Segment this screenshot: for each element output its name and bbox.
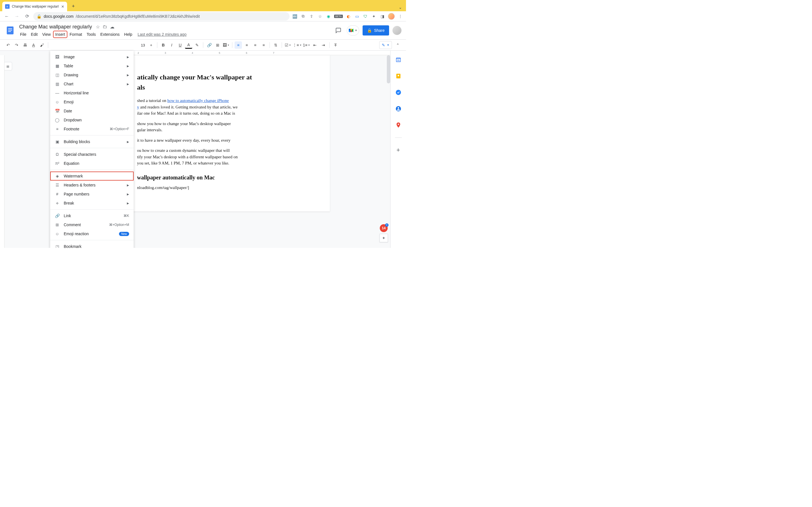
insert-page-numbers[interactable]: #Page numbers▶ [50, 189, 134, 199]
translate-icon[interactable]: 🔤 [292, 13, 297, 19]
align-center-button[interactable]: ≡ [243, 41, 250, 49]
insert-drawing[interactable]: ◫Drawing▶ [50, 70, 134, 79]
browser-tab[interactable]: ≡ Change Mac wallpaper regularl ✕ [2, 2, 67, 11]
get-addons-button[interactable]: + [393, 145, 404, 156]
insert-dropdown[interactable]: ◯Dropdown [50, 115, 134, 124]
insert-horizontal-line[interactable]: —Horizontal line [50, 89, 134, 98]
menu-view[interactable]: View [40, 31, 53, 38]
insert-date[interactable]: 📅Date [50, 107, 134, 115]
move-icon[interactable]: 🗀 [103, 24, 107, 29]
font-size-increase[interactable]: + [147, 41, 155, 49]
keep-app-icon[interactable] [393, 70, 404, 82]
chrome-profile-avatar[interactable] [388, 13, 395, 20]
last-edit-link[interactable]: Last edit was 2 minutes ago [138, 32, 187, 37]
insert-break[interactable]: ⎆Break▶ [50, 199, 134, 208]
increase-indent-button[interactable]: ⇥ [320, 41, 327, 49]
decrease-indent-button[interactable]: ⇤ [311, 41, 319, 49]
share-button[interactable]: 🔒 Share [363, 25, 389, 36]
menu-help[interactable]: Help [122, 31, 134, 38]
ext-icon-3[interactable]: ▭ [354, 13, 360, 19]
tab-overflow-icon[interactable]: ⌄ [399, 5, 406, 11]
contacts-app-icon[interactable] [393, 103, 404, 114]
insert-special-characters[interactable]: ΩSpecial characters [50, 150, 134, 159]
menu-extensions[interactable]: Extensions [98, 31, 121, 38]
meet-button[interactable]: ▼ [347, 25, 359, 36]
extensions-puzzle-icon[interactable]: ✦ [371, 13, 377, 19]
insert-footnote[interactable]: ≡Footnote⌘+Option+F [50, 124, 134, 133]
insert-equation[interactable]: π²Equation [50, 159, 134, 168]
insert-link[interactable]: 🔗Link⌘K [50, 211, 134, 220]
insert-table[interactable]: ▦Table▶ [50, 61, 134, 70]
insert-link-button[interactable]: 🔗 [206, 41, 213, 49]
align-justify-button[interactable]: ≡ [260, 41, 267, 49]
align-right-button[interactable]: ≡ [252, 41, 259, 49]
align-left-button[interactable]: ≡ [235, 41, 242, 49]
ext-icon-2[interactable]: ◐ [346, 13, 351, 19]
cloud-status-icon[interactable]: ☁ [110, 24, 114, 30]
highlight-button[interactable]: ✎ [193, 41, 201, 49]
share-page-icon[interactable]: ⇪ [309, 13, 314, 19]
insert-emoji-reaction[interactable]: ☺Emoji reactionNew [50, 229, 134, 238]
clear-formatting-button[interactable]: T [332, 41, 339, 49]
underline-button[interactable]: U [176, 41, 184, 49]
redo-button[interactable]: ↷ [13, 41, 20, 49]
menu-format[interactable]: Format [68, 31, 84, 38]
print-button[interactable]: 🖶 [21, 41, 29, 49]
grammarly-icon[interactable]: ◉ [326, 13, 331, 19]
reload-button[interactable]: ⟳ [23, 12, 31, 20]
insert-bookmark[interactable]: ◳Bookmark [50, 242, 134, 248]
insert-watermark[interactable]: ◈Watermark [50, 172, 134, 180]
insert-comment[interactable]: ⊞Comment⌘+Option+M [50, 220, 134, 229]
collapse-toolbar-button[interactable]: ⌃ [394, 41, 402, 49]
insert-image[interactable]: 🖼Image▶ [50, 52, 134, 61]
chrome-menu-icon[interactable]: ⋮ [398, 13, 403, 19]
maps-app-icon[interactable] [393, 119, 404, 131]
document-page[interactable]: atically change your Mac's wallpaper ata… [110, 55, 330, 212]
tasks-app-icon[interactable] [393, 87, 404, 98]
insert-headers-footers[interactable]: ☰Headers & footers▶ [50, 180, 134, 189]
calendar-app-icon[interactable]: 31 [393, 54, 404, 65]
insert-chart[interactable]: ▥Chart▶ [50, 79, 134, 89]
paint-format-button[interactable]: 🖌 [38, 41, 46, 49]
back-button[interactable]: ← [3, 12, 11, 20]
explore-button[interactable]: ✦ [379, 234, 388, 242]
insert-image-button[interactable]: 🖼▼ [222, 41, 230, 49]
document-title[interactable]: Change Mac wallpaper regularly [18, 23, 93, 31]
side-panel-icon[interactable]: ◨ [379, 13, 385, 19]
bookmark-star-icon[interactable]: ☆ [317, 13, 323, 19]
insert-emoji[interactable]: ☺Emoji [50, 98, 134, 107]
undo-button[interactable]: ↶ [4, 41, 12, 49]
url-field[interactable]: 🔒 docs.google.com/document/d/1eRsm38zbqK… [33, 12, 290, 20]
notification-badge[interactable]: 14 [380, 224, 388, 232]
doc-link[interactable]: how to automatically change iPhone [167, 98, 229, 103]
comment-history-button[interactable] [333, 25, 343, 36]
menu-insert[interactable]: Insert [53, 31, 67, 38]
font-size-value[interactable]: 13 [140, 43, 146, 47]
shield-icon[interactable]: 🛡 [363, 13, 368, 19]
spellcheck-button[interactable]: A [30, 41, 37, 49]
text-color-button[interactable]: A [185, 41, 192, 49]
open-in-new-icon[interactable]: ⧉ [300, 13, 306, 19]
numbered-list-button[interactable]: 1≡▼ [303, 41, 310, 49]
menu-edit[interactable]: Edit [29, 31, 40, 38]
new-tab-button[interactable]: + [69, 2, 77, 10]
close-tab-icon[interactable]: ✕ [61, 4, 64, 9]
line-spacing-button[interactable]: ⇅ [272, 41, 280, 49]
vertical-scrollbar[interactable] [387, 55, 390, 83]
editing-mode-button[interactable]: ✎ ▼ [379, 41, 392, 49]
menu-tools[interactable]: Tools [85, 31, 98, 38]
show-outline-button[interactable]: ≣ [4, 62, 12, 70]
account-avatar[interactable] [393, 26, 402, 35]
italic-button[interactable]: I [168, 41, 175, 49]
menu-item-label: Footnote [64, 127, 79, 131]
doc-link[interactable]: y [137, 105, 139, 109]
star-icon[interactable]: ☆ [96, 24, 100, 30]
bold-button[interactable]: B [160, 41, 167, 49]
insert-building-blocks[interactable]: ▣Building blocks▶ [50, 137, 134, 146]
forward-button[interactable]: → [13, 12, 21, 20]
bulleted-list-button[interactable]: ⋮≡▼ [293, 41, 302, 49]
menu-file[interactable]: File [18, 31, 29, 38]
insert-comment-button[interactable]: ⊞ [214, 41, 221, 49]
docs-home-button[interactable] [4, 25, 16, 36]
checklist-button[interactable]: ☑▼ [284, 41, 292, 49]
